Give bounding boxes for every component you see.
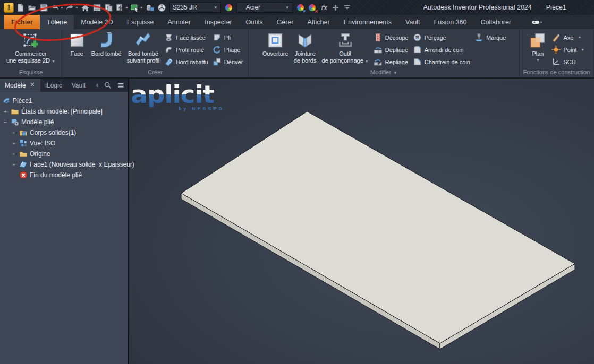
tab-afficher[interactable]: Afficher — [301, 15, 337, 29]
paste-button[interactable] — [103, 1, 114, 14]
tree-item-modele-plie[interactable]: −Modèle plié — [0, 117, 128, 127]
chevron-down-icon: ▼ — [214, 5, 218, 10]
button-profil-roule[interactable]: Profil roulé — [163, 45, 210, 54]
tab-gerer[interactable]: Gérer — [270, 15, 301, 29]
inventor-logo[interactable]: I — [3, 1, 14, 14]
appearance-wheel-button[interactable] — [223, 1, 234, 14]
undo-button-icon — [50, 3, 60, 12]
qat-customize-button[interactable] — [342, 1, 353, 14]
select-button[interactable]: ▼ — [130, 1, 144, 14]
collapse-icon[interactable]: − — [2, 119, 9, 125]
ribbon-display-toggle[interactable] — [529, 15, 546, 29]
button-bord-rabattu[interactable]: Bord rabattu — [163, 57, 210, 66]
menu-icon[interactable] — [117, 81, 125, 89]
button-axe[interactable]: Axe▼ — [550, 33, 586, 42]
redo-button[interactable]: ▼ — [65, 1, 79, 14]
button-bord-tombe-suivant-profil[interactable]: Bord tombésuivant profil — [125, 31, 162, 65]
button-ouverture[interactable]: Ouverture — [260, 31, 291, 58]
browser-tab-add-tab[interactable]: + — [90, 79, 104, 92]
tab-esquisse[interactable]: Esquisse — [120, 15, 161, 29]
button-outil-de-poinconnage[interactable]: Outilde poinçonnage▼ — [319, 31, 370, 65]
button-deriver[interactable]: Dériver — [211, 57, 244, 66]
button-bord-tombe[interactable]: Bord tombé — [89, 31, 124, 58]
ribbon-button-column: Axe▼Point▼SCU — [550, 31, 586, 66]
expand-icon[interactable]: + — [11, 161, 17, 168]
expand-icon[interactable]: + — [11, 151, 17, 157]
expand-icon[interactable]: + — [2, 108, 9, 115]
button-commencer-une-esquisse-2d[interactable]: Commencerune esquisse 2D▼ — [4, 31, 57, 65]
expand-icon[interactable]: + — [11, 129, 17, 136]
app-title: Autodesk Inventor Professional 2024 — [423, 4, 531, 11]
open-file-button[interactable] — [27, 1, 38, 14]
drawing-button[interactable] — [91, 1, 103, 14]
hole-icon — [413, 33, 422, 42]
tab-collaborer[interactable]: Collaborer — [473, 15, 518, 29]
add-button[interactable] — [330, 1, 341, 14]
tab-tolerie[interactable]: Tôlerie — [40, 15, 74, 29]
button-scu[interactable]: SCU — [550, 57, 586, 66]
button-face[interactable]: Face — [66, 31, 88, 58]
tree-item-face1[interactable]: +Face1 (Nouveau solide x Epaisseur) — [0, 159, 128, 170]
search-icon[interactable] — [104, 81, 112, 89]
tree-item-piece1[interactable]: Pièce1 — [0, 96, 128, 106]
button-pli[interactable]: Pli — [211, 33, 244, 42]
appearance-combo[interactable]: Acier▼ — [236, 2, 293, 13]
browser-tab-label: Modèle — [5, 82, 26, 89]
button-pliage[interactable]: Pliage — [211, 45, 244, 54]
expand-icon[interactable]: + — [11, 140, 17, 146]
button-point[interactable]: Point▼ — [550, 45, 586, 54]
appearance-adjust-button[interactable]: ▼ — [295, 1, 306, 14]
button-label: Outil — [339, 50, 351, 57]
tree-item-fin-du-modele-plie[interactable]: Fin du modèle plié — [0, 170, 128, 180]
tree-item-origine[interactable]: +Origine — [0, 149, 128, 159]
button-label: SCU — [563, 59, 575, 65]
button-label: Marque — [486, 34, 506, 41]
button-plan[interactable]: Plan▼ — [527, 31, 549, 63]
home-view-button[interactable] — [80, 1, 91, 14]
browser-tab-ilogic[interactable]: iLogic — [40, 79, 66, 92]
tree-item-label: États du modèle: [Principale] — [21, 108, 103, 115]
browser-tab-modele[interactable]: Modèle — [0, 79, 40, 92]
ribbon-group-body: Commencerune esquisse 2D▼ — [0, 29, 62, 68]
button-label: Plan — [532, 50, 544, 57]
tab-modele-3d[interactable]: Modèle 3D — [74, 15, 120, 29]
appearance-clear-button[interactable]: ✕ — [307, 1, 318, 14]
tree-item-corps-solides[interactable]: +Corps solides(1) — [0, 127, 128, 138]
tree-item-vue-iso[interactable]: +Vue: ISO — [0, 138, 128, 149]
browser-tab-vault[interactable]: Vault — [67, 79, 90, 92]
3d-viewport[interactable]: aplicit by NESSED — [129, 79, 594, 364]
ribbon-group-esquisse: Commencerune esquisse 2D▼Esquisse — [0, 29, 62, 77]
button-marque[interactable]: Marque — [473, 33, 507, 42]
render-wheel-button[interactable] — [156, 1, 167, 14]
ribbon-button-column: PliPliageDériver — [211, 31, 244, 66]
button-depliage[interactable]: Dépliage — [372, 45, 410, 54]
sheet-metal-plate[interactable] — [129, 79, 594, 364]
tab-annoter[interactable]: Annoter — [160, 15, 198, 29]
tab-fusion-360[interactable]: Fusion 360 — [427, 15, 474, 29]
button-decoupe[interactable]: Découpe — [372, 33, 410, 42]
ribbon-button-column: PerçageArrondi de coinChanfrein de coin — [411, 31, 472, 66]
button-jointure-de-bords[interactable]: Jointurede bords — [292, 31, 319, 65]
tab-inspecter[interactable]: Inspecter — [198, 15, 239, 29]
parameters-fx-button[interactable]: fx — [318, 1, 329, 14]
button-arrondi-de-coin[interactable]: Arrondi de coin — [411, 45, 472, 54]
ilogic-button[interactable]: ▼ — [115, 1, 129, 14]
tree-item-etats-du-modele[interactable]: +États du modèle: [Principale] — [0, 106, 128, 117]
close-icon[interactable] — [29, 81, 36, 89]
button-face-lissee[interactable]: Face lissée — [163, 33, 210, 42]
button-percage[interactable]: Perçage — [411, 33, 472, 42]
ribbon-group-label-modifier[interactable]: Modifier▼ — [249, 68, 519, 77]
tab-outils[interactable]: Outils — [239, 15, 270, 29]
tab-environnements[interactable]: Environnements — [337, 15, 398, 29]
new-file-button[interactable] — [15, 1, 26, 14]
component-material-button[interactable] — [145, 1, 156, 14]
save-button[interactable] — [38, 1, 49, 14]
material-combo[interactable]: S235 JR▼ — [169, 2, 221, 13]
button-repliage[interactable]: Repliage — [372, 57, 410, 66]
undo-button[interactable]: ▼ — [50, 1, 64, 14]
button-chanfrein-de-coin[interactable]: Chanfrein de coin — [411, 57, 472, 66]
tab-fichier[interactable]: Fichier — [4, 15, 40, 29]
tab-vault[interactable]: Vault — [398, 15, 427, 29]
tree-item-label: Corps solides(1) — [30, 129, 76, 136]
axis-icon — [551, 33, 561, 42]
